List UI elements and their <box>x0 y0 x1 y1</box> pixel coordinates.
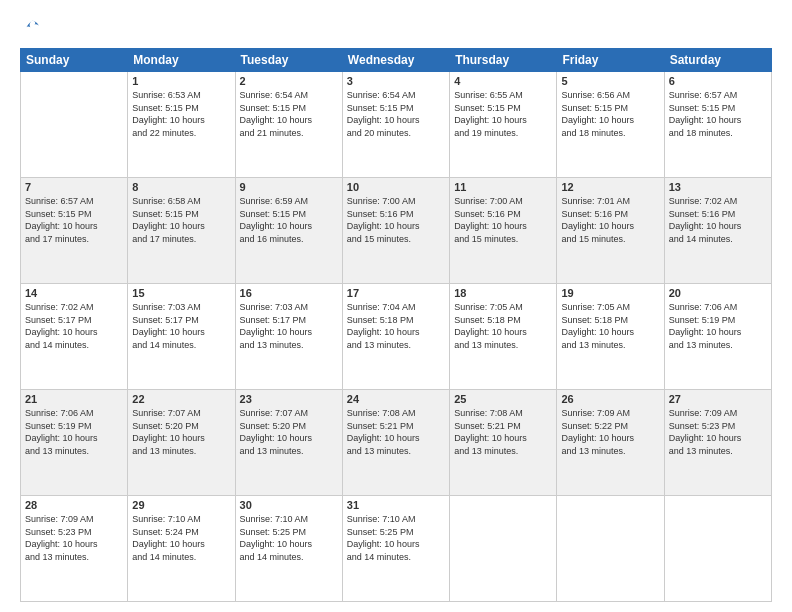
day-info: Sunrise: 6:56 AM Sunset: 5:15 PM Dayligh… <box>561 89 659 139</box>
day-info: Sunrise: 7:00 AM Sunset: 5:16 PM Dayligh… <box>454 195 552 245</box>
day-info: Sunrise: 7:05 AM Sunset: 5:18 PM Dayligh… <box>561 301 659 351</box>
weekday-header-thursday: Thursday <box>450 49 557 72</box>
weekday-header-tuesday: Tuesday <box>235 49 342 72</box>
calendar-cell: 12Sunrise: 7:01 AM Sunset: 5:16 PM Dayli… <box>557 178 664 284</box>
calendar-cell: 2Sunrise: 6:54 AM Sunset: 5:15 PM Daylig… <box>235 72 342 178</box>
day-number: 15 <box>132 287 230 299</box>
calendar-cell <box>664 496 771 602</box>
day-number: 20 <box>669 287 767 299</box>
calendar-cell: 17Sunrise: 7:04 AM Sunset: 5:18 PM Dayli… <box>342 284 449 390</box>
calendar-cell: 16Sunrise: 7:03 AM Sunset: 5:17 PM Dayli… <box>235 284 342 390</box>
day-number: 25 <box>454 393 552 405</box>
day-number: 14 <box>25 287 123 299</box>
logo-bird-icon <box>22 18 42 38</box>
day-number: 9 <box>240 181 338 193</box>
calendar-cell: 31Sunrise: 7:10 AM Sunset: 5:25 PM Dayli… <box>342 496 449 602</box>
day-number: 26 <box>561 393 659 405</box>
day-number: 21 <box>25 393 123 405</box>
day-info: Sunrise: 6:59 AM Sunset: 5:15 PM Dayligh… <box>240 195 338 245</box>
day-info: Sunrise: 7:04 AM Sunset: 5:18 PM Dayligh… <box>347 301 445 351</box>
day-info: Sunrise: 7:01 AM Sunset: 5:16 PM Dayligh… <box>561 195 659 245</box>
weekday-header-sunday: Sunday <box>21 49 128 72</box>
day-number: 3 <box>347 75 445 87</box>
day-info: Sunrise: 7:05 AM Sunset: 5:18 PM Dayligh… <box>454 301 552 351</box>
calendar-cell: 13Sunrise: 7:02 AM Sunset: 5:16 PM Dayli… <box>664 178 771 284</box>
day-info: Sunrise: 7:08 AM Sunset: 5:21 PM Dayligh… <box>347 407 445 457</box>
day-number: 5 <box>561 75 659 87</box>
day-number: 11 <box>454 181 552 193</box>
calendar-week-row: 28Sunrise: 7:09 AM Sunset: 5:23 PM Dayli… <box>21 496 772 602</box>
day-info: Sunrise: 7:00 AM Sunset: 5:16 PM Dayligh… <box>347 195 445 245</box>
day-number: 10 <box>347 181 445 193</box>
logo <box>20 18 42 38</box>
day-info: Sunrise: 7:02 AM Sunset: 5:16 PM Dayligh… <box>669 195 767 245</box>
calendar-cell: 26Sunrise: 7:09 AM Sunset: 5:22 PM Dayli… <box>557 390 664 496</box>
day-number: 8 <box>132 181 230 193</box>
day-number: 18 <box>454 287 552 299</box>
day-info: Sunrise: 7:10 AM Sunset: 5:25 PM Dayligh… <box>347 513 445 563</box>
day-number: 24 <box>347 393 445 405</box>
weekday-header-wednesday: Wednesday <box>342 49 449 72</box>
day-info: Sunrise: 7:03 AM Sunset: 5:17 PM Dayligh… <box>132 301 230 351</box>
calendar-cell <box>450 496 557 602</box>
day-info: Sunrise: 7:06 AM Sunset: 5:19 PM Dayligh… <box>669 301 767 351</box>
calendar-cell: 1Sunrise: 6:53 AM Sunset: 5:15 PM Daylig… <box>128 72 235 178</box>
day-info: Sunrise: 6:53 AM Sunset: 5:15 PM Dayligh… <box>132 89 230 139</box>
calendar-week-row: 21Sunrise: 7:06 AM Sunset: 5:19 PM Dayli… <box>21 390 772 496</box>
day-info: Sunrise: 7:09 AM Sunset: 5:23 PM Dayligh… <box>25 513 123 563</box>
calendar-cell: 6Sunrise: 6:57 AM Sunset: 5:15 PM Daylig… <box>664 72 771 178</box>
calendar-week-row: 7Sunrise: 6:57 AM Sunset: 5:15 PM Daylig… <box>21 178 772 284</box>
calendar-cell: 25Sunrise: 7:08 AM Sunset: 5:21 PM Dayli… <box>450 390 557 496</box>
calendar-cell: 29Sunrise: 7:10 AM Sunset: 5:24 PM Dayli… <box>128 496 235 602</box>
day-number: 19 <box>561 287 659 299</box>
day-info: Sunrise: 7:07 AM Sunset: 5:20 PM Dayligh… <box>132 407 230 457</box>
calendar-cell: 30Sunrise: 7:10 AM Sunset: 5:25 PM Dayli… <box>235 496 342 602</box>
calendar-cell: 10Sunrise: 7:00 AM Sunset: 5:16 PM Dayli… <box>342 178 449 284</box>
day-info: Sunrise: 6:55 AM Sunset: 5:15 PM Dayligh… <box>454 89 552 139</box>
calendar-table: SundayMondayTuesdayWednesdayThursdayFrid… <box>20 48 772 602</box>
day-info: Sunrise: 6:57 AM Sunset: 5:15 PM Dayligh… <box>25 195 123 245</box>
day-number: 29 <box>132 499 230 511</box>
calendar-cell: 28Sunrise: 7:09 AM Sunset: 5:23 PM Dayli… <box>21 496 128 602</box>
calendar-cell: 9Sunrise: 6:59 AM Sunset: 5:15 PM Daylig… <box>235 178 342 284</box>
calendar-cell: 4Sunrise: 6:55 AM Sunset: 5:15 PM Daylig… <box>450 72 557 178</box>
day-info: Sunrise: 7:09 AM Sunset: 5:22 PM Dayligh… <box>561 407 659 457</box>
day-info: Sunrise: 6:54 AM Sunset: 5:15 PM Dayligh… <box>240 89 338 139</box>
calendar-cell: 24Sunrise: 7:08 AM Sunset: 5:21 PM Dayli… <box>342 390 449 496</box>
calendar-cell: 3Sunrise: 6:54 AM Sunset: 5:15 PM Daylig… <box>342 72 449 178</box>
day-number: 31 <box>347 499 445 511</box>
day-number: 28 <box>25 499 123 511</box>
day-number: 16 <box>240 287 338 299</box>
day-number: 2 <box>240 75 338 87</box>
day-info: Sunrise: 6:54 AM Sunset: 5:15 PM Dayligh… <box>347 89 445 139</box>
calendar-cell: 14Sunrise: 7:02 AM Sunset: 5:17 PM Dayli… <box>21 284 128 390</box>
day-number: 4 <box>454 75 552 87</box>
calendar-week-row: 1Sunrise: 6:53 AM Sunset: 5:15 PM Daylig… <box>21 72 772 178</box>
weekday-header-row: SundayMondayTuesdayWednesdayThursdayFrid… <box>21 49 772 72</box>
day-number: 30 <box>240 499 338 511</box>
weekday-header-saturday: Saturday <box>664 49 771 72</box>
calendar-cell: 21Sunrise: 7:06 AM Sunset: 5:19 PM Dayli… <box>21 390 128 496</box>
calendar-cell: 11Sunrise: 7:00 AM Sunset: 5:16 PM Dayli… <box>450 178 557 284</box>
day-info: Sunrise: 7:02 AM Sunset: 5:17 PM Dayligh… <box>25 301 123 351</box>
calendar-cell: 22Sunrise: 7:07 AM Sunset: 5:20 PM Dayli… <box>128 390 235 496</box>
calendar-cell <box>557 496 664 602</box>
day-info: Sunrise: 7:06 AM Sunset: 5:19 PM Dayligh… <box>25 407 123 457</box>
calendar-cell: 19Sunrise: 7:05 AM Sunset: 5:18 PM Dayli… <box>557 284 664 390</box>
day-info: Sunrise: 7:03 AM Sunset: 5:17 PM Dayligh… <box>240 301 338 351</box>
calendar-week-row: 14Sunrise: 7:02 AM Sunset: 5:17 PM Dayli… <box>21 284 772 390</box>
calendar-cell: 8Sunrise: 6:58 AM Sunset: 5:15 PM Daylig… <box>128 178 235 284</box>
day-number: 1 <box>132 75 230 87</box>
day-info: Sunrise: 6:58 AM Sunset: 5:15 PM Dayligh… <box>132 195 230 245</box>
day-number: 17 <box>347 287 445 299</box>
day-number: 6 <box>669 75 767 87</box>
header <box>20 18 772 38</box>
day-info: Sunrise: 7:10 AM Sunset: 5:25 PM Dayligh… <box>240 513 338 563</box>
day-info: Sunrise: 7:10 AM Sunset: 5:24 PM Dayligh… <box>132 513 230 563</box>
calendar-cell: 7Sunrise: 6:57 AM Sunset: 5:15 PM Daylig… <box>21 178 128 284</box>
calendar-cell: 23Sunrise: 7:07 AM Sunset: 5:20 PM Dayli… <box>235 390 342 496</box>
day-info: Sunrise: 6:57 AM Sunset: 5:15 PM Dayligh… <box>669 89 767 139</box>
day-info: Sunrise: 7:08 AM Sunset: 5:21 PM Dayligh… <box>454 407 552 457</box>
weekday-header-monday: Monday <box>128 49 235 72</box>
day-number: 13 <box>669 181 767 193</box>
